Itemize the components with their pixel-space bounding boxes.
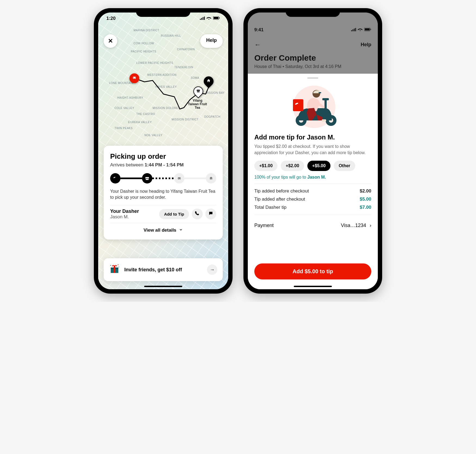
- map-neighborhood-label: HAYES VALLEY: [155, 85, 177, 88]
- map-neighborhood-label: MISSION BAY: [206, 91, 225, 94]
- home-icon: [206, 79, 211, 84]
- tip-disclaimer: 100% of your tips will go to Jason M.: [254, 175, 371, 180]
- map-neighborhood-label: MISSION DISTRICT: [172, 118, 199, 121]
- tracking-status-title: Picking up order: [110, 152, 216, 161]
- view-all-details-button[interactable]: View all details: [110, 228, 216, 233]
- svg-rect-6: [219, 17, 220, 18]
- add-tip-cta-button[interactable]: Add $5.00 to tip: [254, 263, 371, 279]
- battery-icon: [213, 16, 220, 21]
- tip-title: Add more tip for Jason M.: [254, 133, 371, 141]
- wifi-icon: [358, 27, 363, 33]
- svg-rect-26: [322, 98, 329, 100]
- divider: [254, 184, 371, 184]
- help-button[interactable]: Help: [361, 42, 371, 48]
- tip-chip[interactable]: +$1.00: [254, 161, 277, 171]
- map-neighborhood-label: LONE MOUNTAIN: [109, 82, 133, 85]
- chevron-right-icon: ›: [370, 223, 371, 228]
- status-time: 9:41: [254, 27, 264, 33]
- tip-bottom-sheet: Add more tip for Jason M. You tipped $2.…: [248, 74, 378, 289]
- status-time: 1:20: [106, 16, 116, 21]
- close-icon: ✕: [108, 38, 113, 45]
- progress-step-placed: [110, 173, 120, 184]
- order-complete-header: 9:41 ← Help Order Complete House of Thai…: [248, 13, 378, 74]
- payment-method-row[interactable]: Payment Visa…1234 ›: [254, 218, 371, 233]
- svg-rect-16: [355, 28, 356, 31]
- invite-text: Invite friends, get $10 off: [124, 267, 203, 273]
- map-neighborhood-label: MARINA DISTRICT: [134, 29, 159, 32]
- tip-chip[interactable]: +$2.00: [281, 161, 304, 171]
- tip-chip[interactable]: Other: [334, 161, 355, 171]
- map-neighborhood-label: EUREKA VALLEY: [128, 121, 152, 124]
- page-title: Order Complete: [254, 53, 371, 63]
- map-neighborhood-label: MISSION DOLORES: [153, 107, 180, 110]
- svg-rect-15: [354, 29, 355, 31]
- battery-icon: [364, 27, 371, 33]
- dasher-car-pin: [129, 73, 139, 83]
- storefront-icon: [196, 89, 200, 94]
- progress-step-enroute: [174, 173, 184, 184]
- tip-amount-selector: +$1.00+$2.00+$5.00Other: [254, 161, 371, 171]
- svg-point-11: [118, 265, 119, 265]
- tip-total-row: Total Dasher tip $7.00: [254, 203, 371, 212]
- svg-rect-30: [322, 119, 326, 122]
- svg-rect-1: [201, 18, 202, 20]
- payment-label: Payment: [254, 223, 274, 228]
- map-neighborhood-label: CHINATOWN: [177, 48, 195, 51]
- add-to-tip-button[interactable]: Add to Tip: [159, 209, 189, 219]
- home-indicator: [294, 286, 332, 287]
- screen-tip: 9:41 ← Help Order Complete House of Thai…: [248, 13, 378, 289]
- map-neighborhood-label: TWIN PEAKS: [115, 127, 133, 130]
- svg-rect-18: [365, 28, 370, 30]
- cellular-icon: [200, 16, 205, 21]
- svg-rect-27: [293, 99, 303, 111]
- tip-chip[interactable]: +$5.00: [307, 161, 330, 171]
- payment-value: Visa…1234 ›: [341, 223, 371, 228]
- car-icon: [132, 75, 137, 81]
- progress-line: [184, 178, 206, 179]
- map-neighborhood-label: THE CASTRO: [136, 113, 155, 116]
- home-indicator: [144, 286, 182, 287]
- restaurant-name-callout: Yifang Taiwan Fruit Tea: [188, 99, 207, 110]
- arrow-left-icon: ←: [254, 41, 261, 48]
- map-neighborhood-label: LOWER PACIFIC HEIGHTS: [136, 61, 173, 64]
- svg-rect-13: [351, 30, 352, 31]
- arrow-right-icon: →: [210, 267, 215, 273]
- map-neighborhood-label: SOMA: [191, 76, 199, 79]
- dasher-illustration: [254, 82, 371, 129]
- divider: [254, 215, 371, 215]
- svg-point-10: [110, 265, 111, 266]
- map-neighborhood-label: HAIGHT-ASHBURY: [117, 96, 143, 99]
- map-neighborhood-label: WESTERN ADDITION: [147, 73, 177, 76]
- tip-description: You tipped $2.00 at checkout. If you wan…: [254, 143, 371, 156]
- svg-rect-0: [200, 19, 201, 20]
- chevron-down-icon: [179, 228, 183, 233]
- svg-rect-19: [370, 29, 371, 30]
- your-dasher-label: Your Dasher: [110, 209, 139, 214]
- cellular-icon: [351, 27, 356, 33]
- progress-step-pickup: [142, 173, 152, 184]
- order-tracking-card: Picking up order Arrives between 1:44 PM…: [104, 146, 223, 240]
- phone-icon: [195, 211, 200, 217]
- svg-rect-25: [324, 99, 327, 109]
- tip-after-row: Tip added after checkout $5.00: [254, 195, 371, 203]
- invite-arrow-button[interactable]: →: [207, 265, 217, 275]
- svg-rect-2: [203, 17, 203, 20]
- call-dasher-button[interactable]: [192, 209, 203, 219]
- status-bar: 1:20: [98, 13, 228, 24]
- wifi-icon: [206, 16, 211, 21]
- svg-rect-5: [214, 17, 218, 19]
- svg-rect-3: [204, 17, 205, 20]
- close-button[interactable]: ✕: [104, 34, 117, 48]
- help-button[interactable]: Help: [200, 34, 223, 48]
- phone-tip: 9:41 ← Help Order Complete House of Thai…: [243, 8, 382, 294]
- progress-step-delivered: [206, 173, 216, 184]
- message-dasher-button[interactable]: [205, 209, 216, 219]
- map-neighborhood-label: TENDERLOIN: [174, 66, 193, 69]
- svg-point-12: [119, 267, 119, 267]
- invite-friends-card[interactable]: Invite friends, get $10 off →: [104, 258, 223, 281]
- help-label: Help: [206, 38, 217, 43]
- order-subtitle: House of Thai • Saturday, Oct 3rd at 4:1…: [254, 64, 371, 69]
- sheet-drag-handle[interactable]: [307, 77, 318, 79]
- back-button[interactable]: ←: [254, 41, 261, 48]
- progress-line: [120, 178, 142, 179]
